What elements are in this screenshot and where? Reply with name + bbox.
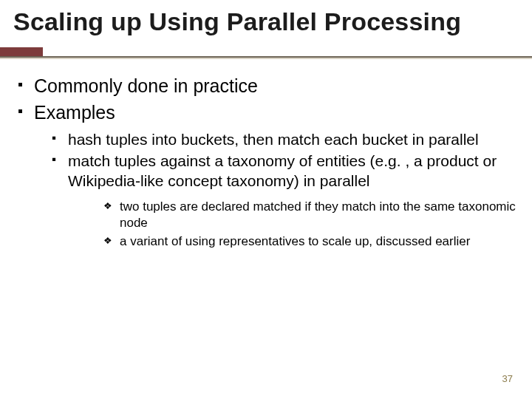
bullet-list-level-1: Commonly done in practice Examples hash … [13,74,519,250]
list-item: match tuples against a taxonomy of entit… [49,151,519,250]
list-item-text: hash tuples into buckets, then match eac… [68,131,479,148]
list-item: hash tuples into buckets, then match eac… [49,130,519,150]
divider-accent-tab [0,47,43,56]
list-item: two tuples are declared matched if they … [103,199,519,231]
page-number: 37 [502,373,513,384]
list-item-text: a variant of using representatives to sc… [120,234,470,248]
bullet-list-level-2: hash tuples into buckets, then match eac… [34,130,519,250]
list-item: a variant of using representatives to sc… [103,233,519,250]
list-item-text: Commonly done in practice [34,75,258,96]
title-divider [0,47,532,64]
list-item: Commonly done in practice [13,74,519,98]
list-item-text: Examples [34,102,115,123]
list-item-text: two tuples are declared matched if they … [120,200,516,230]
list-item: Examples hash tuples into buckets, then … [13,100,519,250]
slide-body: Commonly done in practice Examples hash … [13,74,519,253]
bullet-list-level-3: two tuples are declared matched if they … [68,199,519,250]
slide-title: Scaling up Using Parallel Processing [13,7,461,36]
divider-line-light [0,58,532,59]
slide: Scaling up Using Parallel Processing Com… [0,0,532,399]
list-item-text: match tuples against a taxonomy of entit… [68,152,497,189]
